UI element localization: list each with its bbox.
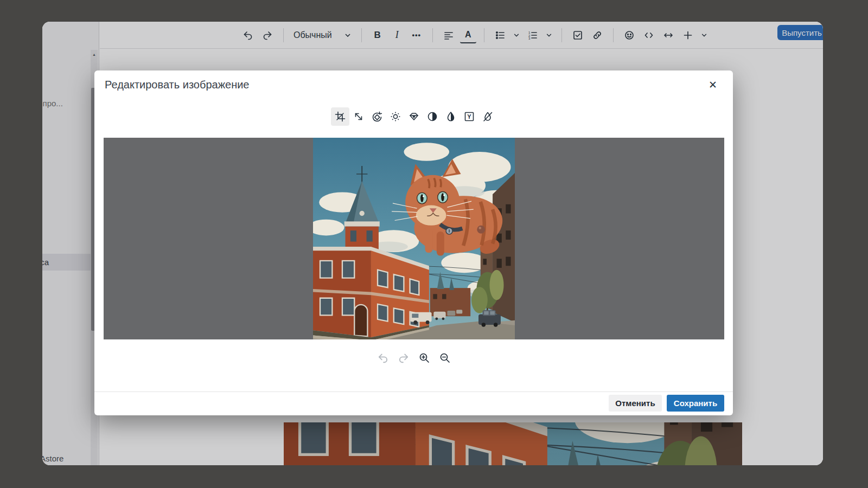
brightness-tool-icon[interactable] <box>386 107 405 126</box>
preview-controls <box>94 350 733 365</box>
image-preview[interactable] <box>313 138 515 339</box>
zoom-out-icon[interactable] <box>437 350 452 365</box>
filter-y-label: Y <box>467 113 471 120</box>
save-button[interactable]: Сохранить <box>667 395 724 412</box>
resize-tool-icon[interactable] <box>349 107 368 126</box>
clarity-tool-icon[interactable] <box>405 107 423 126</box>
image-tools-bar: Y <box>94 107 733 126</box>
saturation-tool-icon[interactable] <box>442 107 460 126</box>
edit-canvas[interactable] <box>104 138 724 339</box>
crop-tool-icon[interactable] <box>331 107 349 126</box>
contrast-tool-icon[interactable] <box>423 107 442 126</box>
modal-title: Редактировать изображение <box>105 79 250 91</box>
cancel-button[interactable]: Отменить <box>609 395 662 412</box>
close-icon[interactable]: ✕ <box>705 77 721 93</box>
edit-image-modal: Редактировать изображение ✕ Y <box>94 70 733 415</box>
rotate-tool-icon[interactable] <box>368 107 386 126</box>
redo-icon[interactable] <box>396 350 411 365</box>
filter-y-tool-icon[interactable]: Y <box>460 107 478 126</box>
street-cat-painting <box>313 138 515 339</box>
no-fill-tool-icon[interactable] <box>478 107 497 126</box>
zoom-in-icon[interactable] <box>417 350 432 365</box>
undo-icon[interactable] <box>375 350 391 365</box>
modal-footer: Отменить Сохранить <box>94 391 733 415</box>
